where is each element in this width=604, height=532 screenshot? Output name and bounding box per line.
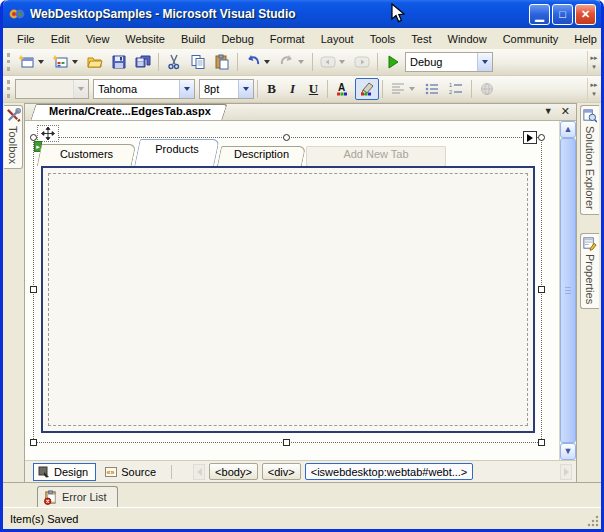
toolbar-grip[interactable] (7, 53, 12, 71)
solution-explorer-label: Solution Explorer (584, 126, 596, 210)
tag-div-button[interactable]: <div> (262, 463, 301, 480)
source-view-button[interactable]: «» Source (100, 463, 164, 481)
properties-icon (582, 236, 597, 251)
svg-text:«»: «» (107, 468, 115, 475)
editor-bottom-bar: Design «» Source <body> <div> <iswebdesk… (25, 460, 576, 482)
resize-handle-bottom-left[interactable] (30, 439, 37, 446)
alignment-button[interactable] (386, 78, 420, 100)
toolbar-overflow-button[interactable]: ▸▸▾ (587, 51, 600, 73)
scroll-down-icon[interactable]: ▼ (560, 443, 576, 460)
maximize-button[interactable]: □ (552, 4, 573, 25)
redo-button[interactable] (275, 51, 309, 73)
font-size-dropdown-icon[interactable] (238, 80, 253, 98)
font-name-value: Tahoma (98, 83, 137, 95)
target-rule-dropdown-icon[interactable] (73, 80, 88, 98)
open-file-button[interactable] (83, 51, 107, 73)
menu-website[interactable]: Website (117, 30, 173, 48)
menu-help[interactable]: Help (566, 30, 604, 48)
italic-button[interactable]: I (282, 78, 303, 100)
webtab-content-div[interactable] (48, 173, 528, 426)
menu-tools[interactable]: Tools (362, 30, 404, 48)
solution-explorer-tab[interactable]: Solution Explorer (580, 105, 599, 215)
save-button[interactable] (107, 51, 131, 73)
move-handle[interactable] (37, 125, 59, 142)
resize-handle-top-middle[interactable] (283, 134, 290, 141)
svg-text:2: 2 (449, 89, 452, 95)
tag-webtab-button[interactable]: <iswebdesktop:webtab#webt...> (305, 463, 474, 480)
highlight-color-button[interactable] (355, 78, 379, 100)
cut-button[interactable] (162, 51, 186, 73)
target-rule-combobox[interactable] (15, 79, 89, 99)
document-tab[interactable]: Merina/Create...EdgesTab.aspx (33, 104, 225, 120)
document-editor: Merina/Create...EdgesTab.aspx ▼ ✕ ▸ (24, 103, 577, 482)
undo-button[interactable] (241, 51, 275, 73)
hyperlink-button[interactable] (475, 78, 499, 100)
scrollbar-thumb[interactable] (560, 138, 576, 443)
active-files-dropdown-icon[interactable]: ▼ (544, 107, 553, 116)
bottom-panel-strip: Error List (3, 482, 601, 507)
webtab-page-panel[interactable] (41, 166, 535, 433)
bold-button[interactable]: B (261, 78, 282, 100)
tag-navigator-forward-icon[interactable] (560, 464, 572, 480)
resize-grip[interactable] (586, 514, 599, 527)
menu-debug[interactable]: Debug (213, 30, 261, 48)
menu-window[interactable]: Window (440, 30, 495, 48)
new-project-button[interactable] (15, 51, 49, 73)
resize-handle-bottom-middle[interactable] (283, 439, 290, 446)
numbered-list-button[interactable]: 12 (444, 78, 468, 100)
save-all-button[interactable] (131, 51, 155, 73)
menu-test[interactable]: Test (403, 30, 439, 48)
toolbox-tab[interactable]: Toolbox (4, 105, 23, 169)
document-tab-strip: Merina/Create...EdgesTab.aspx ▼ ✕ (25, 104, 576, 121)
close-button[interactable]: ✕ (575, 4, 596, 25)
bulleted-list-button[interactable] (420, 78, 444, 100)
solution-configurations-combobox[interactable]: Debug (405, 52, 493, 72)
webtab-tab-products[interactable]: Products (137, 139, 217, 166)
menu-file[interactable]: File (9, 30, 43, 48)
start-debugging-button[interactable] (381, 51, 405, 73)
font-name-combobox[interactable]: Tahoma (93, 79, 195, 99)
menu-edit[interactable]: Edit (43, 30, 78, 48)
status-bar: Item(s) Saved (3, 507, 601, 529)
menu-community[interactable]: Community (495, 30, 567, 48)
resize-handle-top-right[interactable] (538, 134, 545, 141)
font-name-dropdown-icon[interactable] (179, 80, 194, 98)
underline-button[interactable]: U (303, 78, 324, 100)
configurations-dropdown-icon[interactable] (477, 53, 492, 71)
menu-layout[interactable]: Layout (313, 30, 362, 48)
webtab-tab-add-new[interactable]: Add New Tab (306, 146, 446, 166)
navigate-backward-button[interactable] (316, 51, 350, 73)
foreground-color-button[interactable]: A (331, 78, 355, 100)
smart-tag-button[interactable] (523, 131, 537, 144)
vs-window: WebDesktopSamples - Microsoft Visual Stu… (0, 0, 604, 532)
toolbar-grip[interactable] (7, 80, 12, 98)
menu-view[interactable]: View (78, 30, 118, 48)
resize-handle-middle-right[interactable] (538, 286, 545, 293)
menu-format[interactable]: Format (262, 30, 313, 48)
menu-bar: File Edit View Website Build Debug Forma… (3, 28, 601, 49)
scroll-up-icon[interactable]: ▲ (560, 121, 576, 138)
paste-button[interactable] (210, 51, 234, 73)
design-surface[interactable]: ▸ Customers Products Description Add New… (25, 121, 559, 460)
minimize-button[interactable]: ▁ (529, 4, 550, 25)
tag-body-button[interactable]: <body> (209, 463, 258, 480)
close-document-icon[interactable]: ✕ (561, 106, 570, 117)
add-new-item-button[interactable] (49, 51, 83, 73)
properties-tab[interactable]: Properties (580, 233, 599, 309)
copy-button[interactable] (186, 51, 210, 73)
resize-handle-bottom-right[interactable] (538, 439, 545, 446)
designer-vertical-scrollbar[interactable]: ▲ ▼ (559, 121, 576, 460)
font-size-combobox[interactable]: 8pt (199, 79, 254, 99)
resize-handle-middle-left[interactable] (30, 286, 37, 293)
source-view-icon: «» (105, 466, 117, 478)
design-view-button[interactable]: Design (33, 463, 96, 481)
webtab-tab-customers[interactable]: Customers (39, 144, 134, 166)
solution-explorer-icon (582, 108, 597, 123)
toolbar-overflow-button[interactable]: ▸▸▾ (587, 78, 600, 100)
resize-handle-top-left[interactable] (30, 134, 37, 141)
navigate-forward-button[interactable] (350, 51, 374, 73)
menu-build[interactable]: Build (173, 30, 213, 48)
error-list-tab[interactable]: Error List (37, 486, 118, 507)
webtab-tab-description[interactable]: Description (219, 146, 304, 166)
tag-navigator-back-icon[interactable] (193, 464, 205, 480)
